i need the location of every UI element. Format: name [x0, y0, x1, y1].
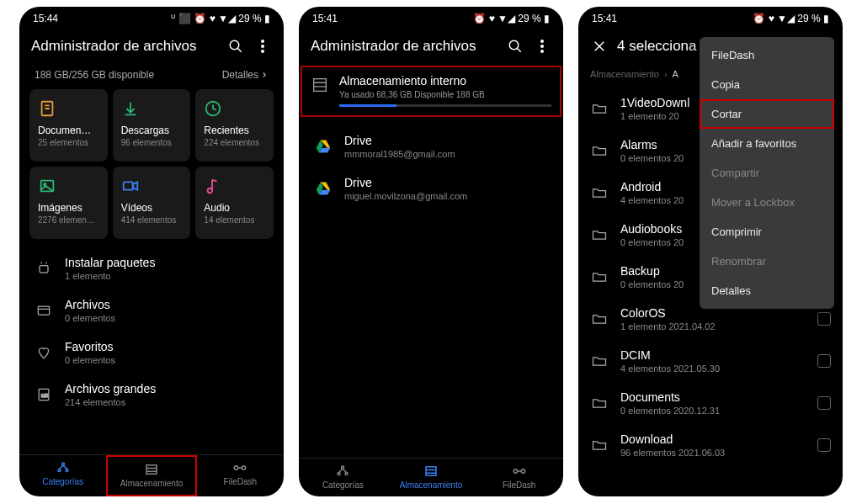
checkbox[interactable]: [817, 312, 831, 326]
menu-item-añadir-a-favoritos[interactable]: Añadir a favoritos: [700, 129, 834, 158]
tab-categories[interactable]: Categorías: [299, 459, 387, 496]
svg-rect-30: [146, 465, 157, 475]
menu-item-cortar[interactable]: Cortar: [700, 99, 834, 129]
storage-internal[interactable]: Almacenamiento interno Ya usado 68,36 GB…: [301, 66, 561, 117]
card-documents[interactable]: Documen…25 elementos: [29, 89, 108, 162]
folder-row[interactable]: Documents0 elementos 2020.12.31: [585, 382, 836, 424]
svg-line-53: [339, 469, 343, 473]
menu-item-renombrar: Renombrar: [700, 247, 834, 276]
storage-text: 188 GB/256 GB disponible: [35, 69, 154, 81]
checkbox[interactable]: [817, 396, 831, 410]
svg-marker-14: [132, 182, 137, 189]
drive-account[interactable]: Drivemiguel.movilzona@gmail.com: [309, 167, 553, 210]
svg-point-38: [540, 40, 544, 43]
card-images[interactable]: Imágenes2276 elemen…: [29, 167, 108, 239]
folder-row[interactable]: DCIM4 elementos 2021.05.30: [585, 340, 836, 382]
list-item[interactable]: MBArchivos grandes214 elementos: [29, 374, 274, 416]
checkbox[interactable]: [817, 354, 831, 368]
context-menu: FileDashCopiaCortarAñadir a favoritosCom…: [700, 37, 834, 309]
menu-item-mover-a-lockbox: Mover a Lockbox: [700, 188, 834, 217]
svg-point-4: [261, 50, 264, 53]
svg-rect-41: [314, 79, 327, 92]
svg-point-3: [261, 45, 264, 48]
storage-icon: [311, 76, 329, 94]
svg-point-50: [342, 466, 344, 469]
svg-point-51: [338, 473, 340, 475]
svg-line-20: [46, 263, 47, 264]
android-icon: [35, 260, 53, 277]
folder-row[interactable]: Download96 elementos 2021.06.03: [585, 424, 836, 466]
folder-icon: [590, 437, 609, 454]
svg-line-28: [59, 465, 63, 470]
svg-point-52: [345, 473, 348, 475]
svg-line-54: [343, 469, 347, 473]
tab-filedash[interactable]: FileDash: [475, 459, 563, 496]
more-icon[interactable]: [533, 37, 551, 56]
list-item[interactable]: Instalar paquetes1 elemento: [29, 247, 274, 289]
checkbox[interactable]: [817, 438, 831, 452]
folder-icon: [590, 184, 609, 201]
details-link[interactable]: Detalles: [222, 69, 269, 81]
svg-rect-18: [40, 266, 48, 273]
card-videos[interactable]: Vídeos414 elementos: [113, 167, 191, 239]
svg-rect-21: [38, 306, 49, 315]
svg-line-19: [41, 263, 42, 264]
list-item[interactable]: Archivos0 elementos: [29, 289, 274, 332]
menu-item-detalles[interactable]: Detalles: [700, 276, 834, 305]
menu-item-filedash[interactable]: FileDash: [700, 40, 834, 70]
svg-point-2: [261, 40, 264, 43]
svg-point-27: [66, 470, 68, 472]
drive-account[interactable]: Drivemmmoral1985@gmail.com: [309, 125, 553, 167]
tab-filedash[interactable]: FileDash: [197, 455, 284, 496]
heart-icon: [35, 344, 53, 361]
folder-icon: [590, 226, 609, 243]
storage-summary[interactable]: 188 GB/256 GB disponible Detalles: [29, 66, 274, 89]
more-icon[interactable]: [253, 37, 272, 56]
svg-point-39: [540, 45, 544, 48]
clock: 15:41: [312, 13, 338, 24]
svg-point-33: [235, 466, 239, 470]
content: 188 GB/256 GB disponible Detalles Docume…: [19, 66, 284, 454]
bottom-nav: Categorías Almacenamiento FileDash: [299, 458, 563, 496]
tab-storage[interactable]: Almacenamiento: [387, 459, 476, 496]
search-icon[interactable]: [506, 37, 524, 56]
status-icons: ᵁ ⬛ ⏰ ♥ ▼◢ 29 % ▮: [171, 13, 270, 24]
screen-categories: 15:44 ᵁ ⬛ ⏰ ♥ ▼◢ 29 % ▮ Administrador de…: [19, 7, 284, 496]
svg-point-34: [242, 466, 247, 470]
clock: 15:41: [592, 13, 617, 24]
svg-line-29: [63, 465, 67, 470]
search-icon[interactable]: [226, 37, 245, 56]
category-grid: Documen…25 elementos Descargas96 element…: [29, 89, 274, 239]
svg-point-25: [61, 463, 64, 465]
large-files-icon: MB: [35, 386, 53, 403]
page-title: Administrador de archivos: [31, 38, 218, 55]
status-icons: ⏰ ♥ ▼◢ 29 % ▮: [753, 13, 829, 24]
svg-point-58: [513, 470, 518, 474]
svg-point-0: [230, 40, 239, 50]
tab-storage[interactable]: Almacenamiento: [106, 455, 196, 496]
card-downloads[interactable]: Descargas96 elementos: [113, 89, 191, 162]
close-icon[interactable]: [590, 37, 609, 56]
card-audio[interactable]: Audio14 elementos: [195, 167, 274, 239]
svg-text:MB: MB: [41, 393, 49, 398]
list-item[interactable]: Favoritos0 elementos: [29, 332, 274, 374]
folder-icon: [590, 395, 609, 411]
status-bar: 15:44 ᵁ ⬛ ⏰ ♥ ▼◢ 29 % ▮: [19, 7, 284, 30]
screen-selection: 15:41 ⏰ ♥ ▼◢ 29 % ▮ 4 selecciona Almacen…: [578, 7, 843, 496]
status-icons: ⏰ ♥ ▼◢ 29 % ▮: [473, 13, 550, 24]
svg-rect-55: [426, 467, 436, 476]
tab-categories[interactable]: Categorías: [19, 455, 106, 496]
menu-item-copia[interactable]: Copia: [700, 70, 834, 99]
folder-icon: [590, 353, 609, 369]
extra-list: Instalar paquetes1 elemento Archivos0 el…: [29, 247, 274, 416]
card-recent[interactable]: Recientes224 elementos: [195, 89, 274, 162]
svg-line-1: [237, 48, 242, 52]
svg-point-26: [58, 470, 61, 472]
menu-item-comprimir[interactable]: Comprimir: [700, 217, 834, 247]
svg-rect-13: [123, 182, 132, 189]
folder-icon: [590, 268, 609, 285]
gdrive-icon: [314, 180, 333, 197]
status-bar: 15:41 ⏰ ♥ ▼◢ 29 % ▮: [299, 7, 563, 30]
app-header: Administrador de archivos: [299, 30, 563, 66]
folder-icon: [590, 142, 609, 159]
